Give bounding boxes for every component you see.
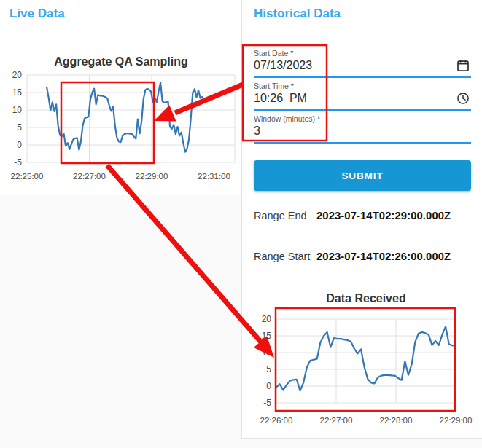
start-time-field: Start Time *10:26 PM xyxy=(254,78,471,111)
chart-grid xyxy=(276,319,456,403)
y-tick-label: 5 xyxy=(266,364,271,374)
y-tick-label: 5 xyxy=(17,122,22,133)
y-tick-label: 10 xyxy=(12,105,23,115)
y-tick-label: 20 xyxy=(262,314,272,324)
start-date-input[interactable]: 07/13/2023 xyxy=(254,58,471,72)
y-tick-label: 15 xyxy=(12,87,23,98)
data-received-chart: 20151050-522:26:0022:27:0022:28:0022:29:… xyxy=(242,286,482,439)
aggregate-qa-sampling-line-series xyxy=(47,83,202,152)
live-chart: 20151050-522:25:0022:27:0022:29:0022:31:… xyxy=(0,42,241,195)
range-start-row: Range Start2023-07-14T02:26:00.000Z xyxy=(254,251,473,262)
submit-button[interactable]: SUBMIT xyxy=(254,160,471,191)
chart-title: Aggregate QA Sampling xyxy=(54,55,187,68)
y-tick-label: 20 xyxy=(12,70,23,80)
x-tick-label: 22:29:00 xyxy=(440,416,473,425)
y-tick-label: -5 xyxy=(263,398,271,408)
window-minutes-label: Window (minutes) * xyxy=(254,111,471,123)
start-time-input[interactable]: 10:26 PM xyxy=(254,90,471,105)
x-tick-label: 22:26:00 xyxy=(260,416,293,425)
y-tick-label: -5 xyxy=(14,157,22,168)
range-start-label: Range Start xyxy=(254,251,316,262)
y-tick-label: 0 xyxy=(266,381,271,391)
window-minutes-input[interactable]: 3 xyxy=(254,123,471,138)
historical-data-panel: Historical Data Start Date *07/13/2023St… xyxy=(241,0,482,439)
calendar-icon[interactable] xyxy=(456,59,470,72)
range-end-label: Range End xyxy=(254,210,316,221)
x-tick-label: 22:29:00 xyxy=(136,172,168,181)
live-data-panel: Live Data 20151050-522:25:0022:27:0022:2… xyxy=(0,0,241,195)
start-date-field: Start Date *07/13/2023 xyxy=(254,45,471,78)
live-data-heading: Live Data xyxy=(9,7,65,21)
x-tick-label: 22:25:00 xyxy=(11,172,44,181)
x-tick-label: 22:31:00 xyxy=(198,172,230,181)
window-minutes-field: Window (minutes) *3 xyxy=(254,111,471,144)
start-date-label: Start Date * xyxy=(254,45,471,58)
chart-title: Data Received xyxy=(326,292,405,304)
historical-data-heading: Historical Data xyxy=(254,7,341,21)
start-time-label: Start Time * xyxy=(254,78,471,90)
y-tick-label: 10 xyxy=(262,347,272,358)
y-axis-labels: 20151050-5 xyxy=(262,314,272,408)
y-axis-labels: 20151050-5 xyxy=(12,70,23,168)
range-end-value: 2023-07-14T02:29:00.000Z xyxy=(316,210,451,221)
y-tick-label: 0 xyxy=(17,140,22,150)
y-tick-label: 15 xyxy=(262,331,272,341)
x-axis-labels: 22:25:0022:27:0022:29:0022:31:00 xyxy=(11,172,230,181)
x-tick-label: 22:28:00 xyxy=(380,416,413,425)
x-tick-label: 22:27:00 xyxy=(73,172,106,181)
range-end-row: Range End2023-07-14T02:29:00.000Z xyxy=(254,210,473,221)
range-start-value: 2023-07-14T02:26:00.000Z xyxy=(316,251,451,262)
x-axis-labels: 22:26:0022:27:0022:28:0022:29:00 xyxy=(260,416,473,425)
x-tick-label: 22:27:00 xyxy=(320,416,353,425)
clock-icon[interactable] xyxy=(456,92,470,105)
